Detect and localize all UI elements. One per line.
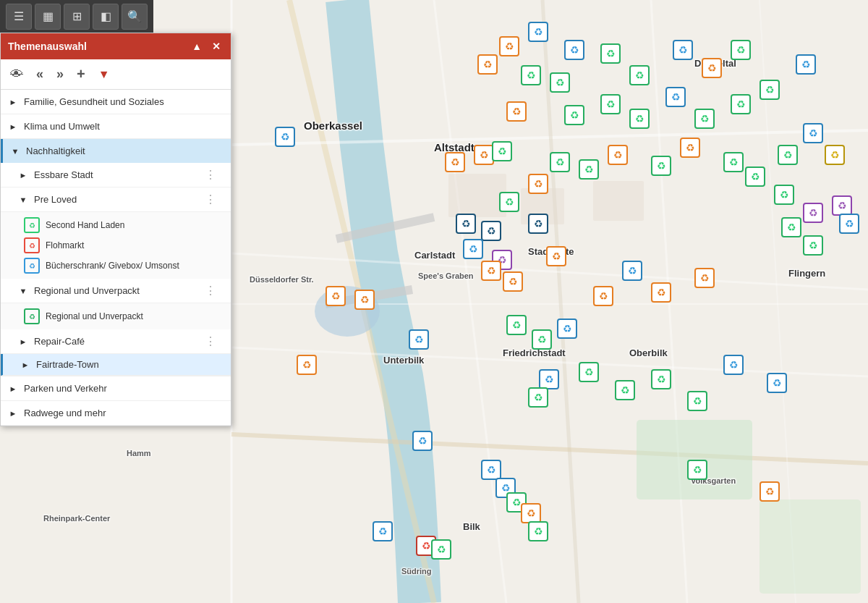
map-marker-m21[interactable]: ♻ <box>731 94 751 114</box>
category-row-familie[interactable]: ►Familie, Gesundheit und Soziales <box>1 90 231 114</box>
map-marker-m49[interactable]: ♻ <box>528 214 548 234</box>
map-marker-m79[interactable]: ♻ <box>687 460 707 480</box>
sub-category-row-repair-cafe[interactable]: ►Repair-Café⋮ <box>1 329 231 354</box>
map-marker-m64[interactable]: ♻ <box>615 380 635 400</box>
map-marker-m20[interactable]: ♻ <box>694 109 715 129</box>
map-marker-m67[interactable]: ♻ <box>723 355 744 375</box>
sub-category-menu-essbare-stadt[interactable]: ⋮ <box>202 168 219 182</box>
toolbar-btn-search[interactable]: 🔍 <box>122 4 148 30</box>
map-marker-m78[interactable]: ♻ <box>412 431 433 451</box>
map-marker-m13[interactable]: ♻ <box>796 54 816 75</box>
map-marker-m10[interactable]: ♻ <box>702 58 722 78</box>
toolbar-btn-layers2[interactable]: ⊞ <box>64 4 90 30</box>
map-marker-m1[interactable]: ♻ <box>499 36 519 56</box>
map-marker-m66[interactable]: ♻ <box>687 391 707 411</box>
map-marker-m16[interactable]: ♻ <box>564 105 584 125</box>
map-marker-m26[interactable]: ♻ <box>474 145 494 165</box>
map-marker-m25[interactable]: ♻ <box>445 152 465 172</box>
toolbar-btn-layers3[interactable]: ◧ <box>93 4 119 30</box>
sub-category-menu-pre-loved[interactable]: ⋮ <box>202 193 219 206</box>
map-marker-m29[interactable]: ♻ <box>528 174 548 194</box>
hide-all-btn[interactable]: 👁 <box>8 64 25 84</box>
sub-category-menu-regional[interactable]: ⋮ <box>202 284 219 298</box>
map-marker-m53[interactable]: ♻ <box>651 282 671 303</box>
map-marker-m11[interactable]: ♻ <box>731 40 751 60</box>
map-marker-m44[interactable]: ♻ <box>481 221 501 241</box>
map-marker-m62[interactable]: ♻ <box>528 387 548 408</box>
map-marker-m3[interactable]: ♻ <box>564 40 584 60</box>
sub-category-row-fairtrade[interactable]: ►Fairtrade-Town <box>1 354 231 376</box>
map-marker-m5[interactable]: ♻ <box>521 65 541 85</box>
map-marker-m9[interactable]: ♻ <box>673 40 693 60</box>
map-marker-m12[interactable]: ♻ <box>760 80 780 100</box>
map-marker-m6[interactable]: ♻ <box>550 72 570 93</box>
collapse-all-btn[interactable]: « <box>34 64 46 84</box>
map-marker-m27[interactable]: ♻ <box>492 141 512 161</box>
map-marker-m43[interactable]: ♻ <box>456 214 476 234</box>
filter-btn[interactable]: ▼ <box>96 66 112 83</box>
sub-category-row-pre-loved[interactable]: ▼Pre Loved⋮ <box>1 187 231 212</box>
map-marker-m39[interactable]: ♻ <box>832 195 852 216</box>
map-marker-m65[interactable]: ♻ <box>651 369 671 389</box>
map-marker-m7[interactable]: ♻ <box>600 43 621 64</box>
map-marker-m63[interactable]: ♻ <box>579 362 599 382</box>
map-marker-m35[interactable]: ♻ <box>723 152 744 172</box>
map-marker-m50[interactable]: ♻ <box>546 246 566 266</box>
map-marker-m37[interactable]: ♻ <box>774 185 794 205</box>
category-row-parken[interactable]: ►Parken und Verkehr <box>1 376 231 400</box>
map-marker-m30[interactable]: ♻ <box>550 152 570 172</box>
map-marker-m19[interactable]: ♻ <box>665 87 686 107</box>
category-row-klima[interactable]: ►Klima und Umwelt <box>1 114 231 138</box>
sub-category-menu-repair-cafe[interactable]: ⋮ <box>202 334 219 348</box>
panel-close-btn[interactable]: ✕ <box>209 39 224 54</box>
map-marker-m48[interactable]: ♻ <box>503 271 523 292</box>
map-marker-m72[interactable]: ♻ <box>431 539 451 560</box>
map-marker-m42[interactable]: ♻ <box>803 235 823 256</box>
map-marker-m4[interactable]: ♻ <box>477 54 498 75</box>
toolbar-btn-menu[interactable]: ☰ <box>6 4 32 30</box>
map-marker-m60[interactable]: ♻ <box>409 329 429 350</box>
map-marker-m8[interactable]: ♻ <box>629 65 650 85</box>
map-marker-m22[interactable]: ♻ <box>778 145 798 165</box>
expand-all-btn[interactable]: » <box>54 64 66 84</box>
map-marker-m24[interactable]: ♻ <box>275 127 295 147</box>
map-marker-m45[interactable]: ♻ <box>463 239 483 259</box>
map-marker-m58[interactable]: ♻ <box>532 329 552 350</box>
map-marker-m51[interactable]: ♻ <box>593 286 613 306</box>
map-marker-m52[interactable]: ♻ <box>622 261 642 281</box>
add-btn[interactable]: + <box>75 64 88 85</box>
category-row-radwege[interactable]: ►Radwege und mehr <box>1 401 231 425</box>
map-marker-m54[interactable]: ♻ <box>694 268 715 288</box>
category-row-nachhaltigkeit[interactable]: ▼Nachhaltigkeit <box>1 139 231 163</box>
map-marker-m73[interactable]: ♻ <box>481 460 501 480</box>
map-marker-m32[interactable]: ♻ <box>608 145 628 165</box>
map-marker-m15[interactable]: ♻ <box>506 101 527 122</box>
map-marker-m61[interactable]: ♻ <box>539 369 559 389</box>
map-marker-m77[interactable]: ♻ <box>528 521 548 541</box>
map-marker-m69[interactable]: ♻ <box>297 355 317 375</box>
map-marker-m76[interactable]: ♻ <box>521 503 541 523</box>
map-marker-m68[interactable]: ♻ <box>767 373 787 393</box>
map-marker-m41[interactable]: ♻ <box>781 217 801 237</box>
map-marker-m80[interactable]: ♻ <box>760 481 780 502</box>
map-marker-m36[interactable]: ♻ <box>745 166 765 187</box>
map-marker-m31[interactable]: ♻ <box>579 159 599 180</box>
map-marker-m47[interactable]: ♻ <box>481 261 501 281</box>
sub-category-row-regional[interactable]: ▼Regional und Unverpackt⋮ <box>1 279 231 303</box>
map-marker-m17[interactable]: ♻ <box>600 94 621 114</box>
map-marker-m33[interactable]: ♻ <box>651 156 671 176</box>
map-marker-m56[interactable]: ♻ <box>354 290 375 310</box>
map-marker-m70[interactable]: ♻ <box>373 521 393 541</box>
map-marker-m55[interactable]: ♻ <box>326 286 346 306</box>
map-marker-m34[interactable]: ♻ <box>680 138 700 158</box>
panel-warning-btn[interactable]: ▲ <box>189 39 205 54</box>
map-marker-m2[interactable]: ♻ <box>528 22 548 42</box>
map-marker-m14[interactable]: ♻ <box>825 145 845 165</box>
map-marker-m28[interactable]: ♻ <box>499 192 519 212</box>
map-marker-m59[interactable]: ♻ <box>557 319 577 339</box>
map-marker-m57[interactable]: ♻ <box>506 315 527 335</box>
map-marker-m18[interactable]: ♻ <box>629 109 650 129</box>
map-marker-m40[interactable]: ♻ <box>839 214 859 234</box>
map-marker-m38[interactable]: ♻ <box>803 203 823 223</box>
map-marker-m23[interactable]: ♻ <box>803 123 823 143</box>
